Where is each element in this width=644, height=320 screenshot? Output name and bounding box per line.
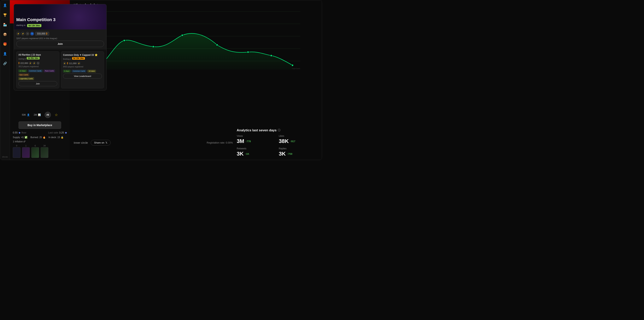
tag-22days: 22 days [18, 70, 27, 72]
likes-label: Likes [279, 135, 318, 137]
stats-bar: 50K 👤 2M 📊 #6 ☆ [10, 110, 70, 119]
svg-text:Highcharts: Highcharts [292, 68, 300, 70]
currency-icon-1: ⚡ [16, 32, 20, 36]
competition-timer: 4d 13h 34m [27, 24, 42, 27]
svg-point-15 [216, 44, 218, 46]
svg-point-13 [152, 46, 154, 48]
sub-currency-2: ⚡ [33, 62, 36, 65]
eth-icon-floor: ◆ [18, 131, 20, 134]
in-deck-item: In deck: 15 🔒 [48, 136, 64, 139]
share-button[interactable]: Share on 𝕏 [91, 140, 110, 145]
sub-comp-2-title: Common Only ✦ Capped 15 ⭐ [63, 54, 102, 56]
sidebar-icon-profile[interactable]: 👤 [2, 51, 8, 57]
replies-change: 759 [287, 152, 292, 155]
likes-change: 917 [290, 140, 295, 143]
star-badge: ⭐ [94, 54, 98, 56]
lock-icon: 🔒 [61, 136, 64, 139]
share-platform: 𝕏 [106, 141, 107, 144]
sub-comp-2: Common Only ✦ Capped 15 ⭐ finishing in 0… [61, 51, 104, 88]
burned-label: Burned: [30, 136, 38, 139]
thumb-item-1[interactable]: 1 [22, 144, 30, 158]
inner-circle-label: Inner circle [74, 141, 88, 144]
last-sale-label: Last sale [48, 131, 58, 134]
sub-timer-1: 0d 05h 34m [27, 57, 40, 59]
stat-followers: 50K 👤 [22, 113, 30, 116]
thumb-count-6: 6 [34, 144, 36, 147]
thumb-count-0: 0 [16, 144, 17, 147]
starting-label-1: starting in [18, 58, 26, 60]
replies-label: Replies [279, 147, 318, 150]
sub-amount-1: ₿ 222,000 ⚡ ⚡ ⬛ [18, 62, 57, 65]
historical-title: Historical data [74, 3, 318, 8]
retweets-change: 1K [245, 152, 249, 155]
btc-icon-sub1: ₿ [18, 62, 20, 64]
card-details-section: Buy in Marketplace 0.55 ◆ floor Last sal… [10, 119, 70, 160]
views-icon: 📊 [38, 113, 41, 116]
supply-row: Supply: 41 ✅ Burned: 25 🔥 In deck: 15 🔒 [13, 136, 67, 139]
thumb-item-6[interactable]: 6 [31, 144, 39, 158]
analytics-replies: Replies 3K 759 [279, 147, 318, 157]
thumb-card-6[interactable] [31, 147, 39, 158]
supply-item: Supply: 41 ✅ [13, 136, 28, 139]
sidebar-icon-rewards[interactable]: 🎁 [2, 41, 8, 47]
rank-badge: #6 [45, 112, 51, 118]
historical-chart: 0 5 10 15 20 Rank - Last Tournaments [74, 10, 318, 71]
sidebar-icon-pack[interactable]: 📦 [2, 31, 8, 37]
right-panel: Historical data 0 5 10 15 20 [70, 0, 322, 160]
share-label: Share on [94, 141, 104, 144]
currency-amount: 333,000 ₿ [35, 32, 49, 36]
analytics-retweets: Retweets 3K 1K [237, 147, 276, 157]
sub-currency-5: ⚡ [77, 62, 80, 65]
followers-icon: 👤 [27, 113, 30, 116]
sub-comp-1: All Rarities | 22 days starting in 0d 05… [16, 51, 59, 88]
bottom-area: Inner circle Share on 𝕏 Registation rate… [74, 128, 318, 157]
sidebar: 👤 🏆 🏪 📦 🎁 👤 🔗 eferrals [0, 0, 10, 160]
thumb-card-1[interactable] [22, 147, 30, 158]
sub-amount-2: ⚡ ₿ 111,000 ⚡ [63, 62, 102, 65]
price-row: 0.55 ◆ floor Last sale 3.25 ◆ [13, 131, 67, 134]
btc-icon-sub2: ₿ [67, 62, 68, 65]
sub-timer-2: 0d 15h 14m [72, 57, 85, 60]
players-count: 3267 players registered (631 in this lea… [16, 37, 104, 40]
svg-point-12 [124, 40, 125, 42]
retweets-label: Retweets [237, 147, 276, 150]
sub-tags-2: 6 days Common Cards 15 stars [63, 69, 102, 73]
thumb-card-34[interactable] [40, 147, 48, 158]
sidebar-icon-marketplace[interactable]: 🏪 [2, 22, 8, 28]
finishing-label: finishing in [63, 58, 71, 60]
competition-popup: Main Competition 3 starting in 4d 13h 34… [14, 4, 106, 90]
starting-label: starting in [16, 24, 26, 26]
sidebar-icon-user[interactable]: 👤 [2, 2, 8, 8]
tag-common-2: Common Cards [72, 70, 86, 72]
sidebar-label-eferrals: eferrals [2, 156, 8, 158]
thumb-count-1: 1 [25, 144, 26, 147]
social-section: Inner circle Share on 𝕏 Registation rate… [74, 128, 233, 157]
views-label: Views [237, 135, 276, 137]
btc-symbol: ₿ [46, 32, 48, 35]
thumb-card-0[interactable] [13, 147, 20, 158]
main-join-button[interactable]: Join [16, 41, 104, 47]
thumb-item-0[interactable]: 0 [13, 144, 20, 158]
card-thumbnails: 0 1 6 34 [13, 144, 67, 158]
buy-marketplace-button[interactable]: Buy in Marketplace [18, 121, 61, 129]
tag-epic: Epic Cards [18, 73, 29, 76]
floor-label: floor [22, 131, 26, 134]
currency-icon-3: ⬛ [26, 32, 30, 36]
sub-join-button-1[interactable]: Join [18, 81, 57, 86]
likes-value: 38K 917 [279, 138, 318, 144]
star-button[interactable]: ☆ [55, 113, 58, 117]
tag-6days: 6 days [63, 70, 70, 72]
analytics-views: Views 3M 778 [237, 135, 276, 144]
thumb-item-34[interactable]: 34 [40, 144, 48, 158]
views-value: 3M 778 [237, 138, 276, 144]
svg-point-16 [247, 51, 249, 53]
inflation-label: 1 Inflation d* [13, 140, 67, 143]
floor-price: 0.55 ◆ floor [13, 131, 26, 134]
sidebar-icon-referrals[interactable]: 🔗 [2, 60, 8, 66]
analytics-likes: Likes 38K 917 [279, 135, 318, 144]
view-leaderboard-button[interactable]: View Leaderboard [63, 74, 102, 79]
supply-check: ✅ [24, 136, 28, 139]
sidebar-icon-tournament[interactable]: 🏆 [2, 12, 8, 18]
in-deck-label: In deck: [48, 136, 57, 139]
tag-rare: Rare Cards [44, 70, 55, 72]
